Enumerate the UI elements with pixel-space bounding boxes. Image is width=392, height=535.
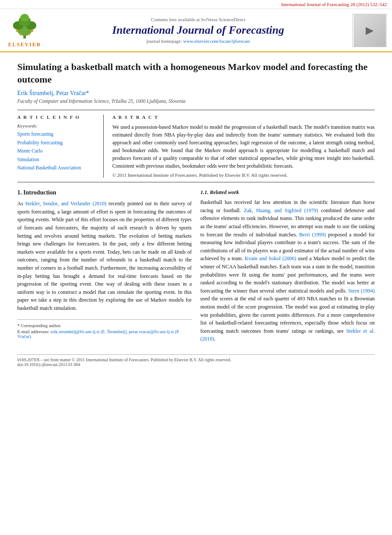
ref-stern: Stern (1994): [348, 288, 375, 294]
elsevier-label: ELSEVIER: [8, 41, 41, 48]
keyword-item: National Basketball Association: [17, 164, 96, 172]
affiliation: Faculty of Computer and Information Scie…: [17, 99, 375, 104]
related-text: Basketball has received far less attenti…: [201, 198, 375, 343]
body-section: 1. Introduction As Stekler, Sendor, and …: [17, 189, 375, 347]
journal-header: ELSEVIER Contents lists available at Sci…: [0, 9, 392, 52]
keyword-item: Simulation: [17, 156, 96, 164]
intro-text: As Stekler, Sendor, and Verlander (2010)…: [17, 200, 192, 312]
svg-point-9: [28, 33, 30, 35]
elsevier-logo: ELSEVIER: [5, 13, 44, 48]
journal-cover-image: ▶: [354, 14, 386, 47]
svg-point-8: [19, 33, 22, 35]
main-content: Simulating a basketball match with a hom…: [0, 52, 392, 376]
keyword-item: Probability forecasting: [17, 139, 96, 147]
article-title: Simulating a basketball match with a hom…: [17, 61, 375, 86]
ref-zak: Zak, Huang, and Sigfried (1979): [244, 207, 318, 213]
copyright-text: © 2011 International Institute of Foreca…: [112, 172, 375, 178]
abstract-heading: A B S T R A C T: [112, 115, 375, 120]
ref-stekler: Stekler, Sendor, and Verlander (2010): [25, 201, 106, 207]
keywords-list: Sports forecasting Probability forecasti…: [17, 130, 96, 172]
sciverse-line: Contents lists available at SciVerse Sci…: [44, 17, 352, 22]
doi-line1: 0169-2070/$ – see front matter © 2011 In…: [17, 357, 375, 362]
journal-citation-bar: International Journal of Forecasting 28 …: [0, 0, 392, 9]
elsevier-tree-icon: [10, 13, 40, 41]
ref-stekler2: Stekler et al. (2010): [201, 328, 375, 342]
journal-citation-text: International Journal of Forecasting 28 …: [281, 2, 387, 7]
article-info-heading: A R T I C L E I N F O: [17, 115, 96, 120]
article-info-panel: A R T I C L E I N F O Keywords: Sports f…: [17, 115, 104, 178]
keywords-label: Keywords:: [17, 123, 96, 128]
ref-berri: Berri (1999): [299, 232, 326, 238]
journal-center: Contents lists available at SciVerse Sci…: [44, 17, 352, 44]
journal-title: International Journal of Forecasting: [44, 24, 352, 37]
author-name: Erik Štrumbelj, Petar Vračar*: [17, 90, 89, 96]
doi-line2: doi:10.1016/j.ijforecast.2011.01.004: [17, 362, 375, 367]
authors: Erik Štrumbelj, Petar Vračar*: [17, 90, 375, 97]
bottom-bar: 0169-2070/$ – see front matter © 2011 In…: [17, 354, 375, 367]
related-work-column: 1.1. Related work Basketball has receive…: [201, 189, 375, 347]
related-heading: 1.1. Related work: [201, 189, 375, 196]
ref-kvam: Kvam and Sokol (2006): [245, 255, 296, 261]
abstract-text: We used a possession-based Markov model …: [112, 123, 375, 170]
intro-heading: 1. Introduction: [17, 189, 192, 196]
footnote-emails: E-mail addresses: erik.strumbelj@fri.uni…: [17, 329, 192, 339]
footnotes: * Corresponding author. E-mail addresses…: [17, 319, 192, 339]
abstract-section: A B S T R A C T We used a possession-bas…: [112, 115, 375, 178]
keyword-item: Sports forecasting: [17, 130, 96, 139]
journal-homepage: journal homepage: www.elsevier.com/locat…: [44, 38, 352, 44]
svg-point-7: [31, 29, 33, 32]
introduction-column: 1. Introduction As Stekler, Sendor, and …: [17, 189, 192, 347]
footnote-corresponding: * Corresponding author.: [17, 323, 192, 328]
article-info-abstract: A R T I C L E I N F O Keywords: Sports f…: [17, 110, 375, 182]
svg-point-6: [16, 29, 19, 32]
svg-point-5: [20, 14, 29, 22]
keyword-item: Monte Carlo: [17, 147, 96, 156]
journal-thumbnail: ▶: [352, 14, 387, 47]
